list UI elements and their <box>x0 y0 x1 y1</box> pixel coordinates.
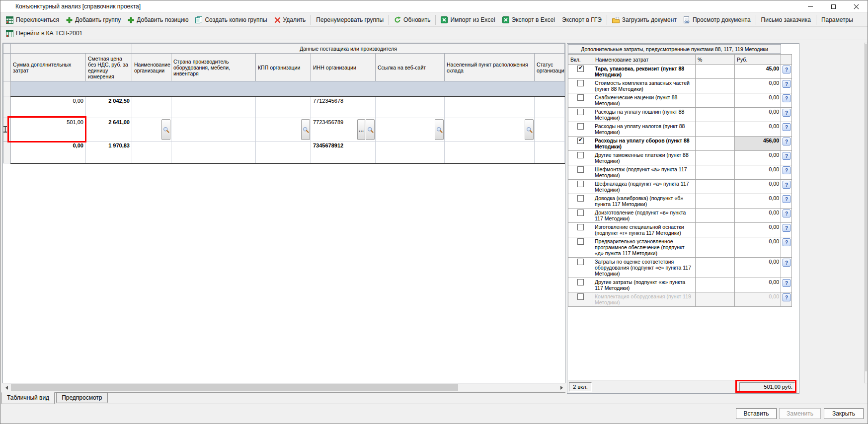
country-cell[interactable] <box>171 96 256 118</box>
cost-rub-cell[interactable]: 0,00 <box>735 292 781 307</box>
kpp-cell[interactable] <box>256 141 311 163</box>
price-cell[interactable]: 1 970,83 <box>86 141 132 163</box>
include-checkbox[interactable] <box>577 138 584 144</box>
cost-name-cell[interactable]: Шефмонтаж (подпункт «а» пункта 117 Метод… <box>593 165 696 180</box>
country-cell[interactable] <box>171 141 256 163</box>
calc-help-button[interactable]: ? <box>783 109 790 117</box>
calc-help-button[interactable]: ? <box>783 259 790 267</box>
include-checkbox-cell[interactable] <box>568 151 593 165</box>
cost-rub-cell[interactable]: 0,00 <box>735 93 781 108</box>
row-indicator[interactable] <box>3 141 11 163</box>
cost-name-cell[interactable]: Другие таможенные платежи (пункт 88 Мето… <box>593 151 696 165</box>
close-button[interactable] <box>845 0 868 13</box>
cost-name-cell[interactable]: Стоимость комплекта запасных частей (пун… <box>593 79 696 93</box>
goto-ka-tsn-button[interactable]: Перейти в КА ТСН-2001 <box>2 28 86 39</box>
column-header-rub[interactable]: Руб. <box>735 55 781 65</box>
include-checkbox-cell[interactable] <box>568 93 593 108</box>
cost-rub-cell[interactable]: 0,00 <box>735 122 781 137</box>
price-cell[interactable]: 2 641,00 <box>86 118 132 141</box>
org-name-cell[interactable] <box>132 118 171 141</box>
include-checkbox[interactable] <box>577 181 584 187</box>
cost-name-cell[interactable]: Расходы на уплату сборов (пункт 88 Метод… <box>593 137 696 151</box>
include-checkbox[interactable] <box>577 293 584 300</box>
cost-rub-cell[interactable]: 0,00 <box>735 108 781 122</box>
cost-percent-cell[interactable] <box>696 180 735 194</box>
country-cell[interactable] <box>171 118 256 141</box>
column-header-website[interactable]: Ссылка на веб-сайт <box>376 54 445 81</box>
cost-rub-cell[interactable]: 45,00 <box>735 65 781 79</box>
warehouse-city-cell[interactable] <box>445 118 535 141</box>
inn-cell[interactable]: 7723456789 … <box>311 118 376 141</box>
column-header-included[interactable]: Вкл. <box>568 55 593 65</box>
website-cell[interactable] <box>376 141 445 163</box>
org-status-cell[interactable] <box>535 118 565 141</box>
calc-help-button[interactable]: ? <box>783 181 790 189</box>
website-cell[interactable] <box>376 96 445 118</box>
tab-table-view[interactable]: Табличный вид <box>1 392 55 404</box>
cost-percent-cell[interactable] <box>696 122 735 137</box>
calc-help-button[interactable]: ? <box>783 195 790 203</box>
website-cell[interactable] <box>376 118 445 141</box>
cost-percent-cell[interactable] <box>696 65 735 79</box>
include-checkbox-cell[interactable] <box>568 209 593 223</box>
include-checkbox-cell[interactable] <box>568 137 593 151</box>
inn-ellipsis-button[interactable]: … <box>357 119 365 140</box>
include-checkbox-cell[interactable] <box>568 180 593 194</box>
calc-help-button[interactable]: ? <box>783 138 790 145</box>
vertical-scrollbar[interactable] <box>864 43 868 383</box>
calc-help-button[interactable]: ? <box>783 123 790 131</box>
column-header-kpp[interactable]: КПП организации <box>256 54 311 81</box>
include-checkbox[interactable] <box>577 123 584 130</box>
include-checkbox-cell[interactable] <box>568 258 593 278</box>
price-cell[interactable]: 2 042,50 <box>86 96 132 118</box>
group-row[interactable] <box>3 81 565 96</box>
include-checkbox[interactable] <box>577 195 584 202</box>
cost-percent-cell[interactable] <box>696 278 735 292</box>
cost-name-cell[interactable]: Затраты по оценке соответствия оборудова… <box>593 258 696 278</box>
customer-letter-button[interactable]: Письмо заказчика <box>758 15 814 25</box>
warehouse-city-cell[interactable] <box>445 96 535 118</box>
include-checkbox-cell[interactable] <box>568 65 593 79</box>
include-checkbox[interactable] <box>577 238 584 245</box>
cost-rub-cell[interactable]: 456,00 <box>735 137 781 151</box>
calc-help-button[interactable]: ? <box>783 210 790 217</box>
cost-name-cell[interactable]: Доводка (калибровка) (подпункт «б» пункт… <box>593 194 696 209</box>
minimize-button[interactable] <box>799 0 822 13</box>
cost-name-cell[interactable]: Шефналадка (подпункт «а» пункта 117 Мето… <box>593 180 696 194</box>
cost-percent-cell[interactable] <box>696 223 735 237</box>
switch-button[interactable]: Переключиться <box>2 15 63 25</box>
parameters-button[interactable]: Параметры <box>818 15 857 25</box>
row-indicator[interactable] <box>3 96 11 118</box>
cost-rub-cell[interactable]: 0,00 <box>735 278 781 292</box>
group-row-band[interactable] <box>11 81 565 96</box>
include-checkbox-cell[interactable] <box>568 165 593 180</box>
cost-percent-cell[interactable] <box>696 137 735 151</box>
tab-preview[interactable]: Предпросмотр <box>56 392 107 403</box>
include-checkbox-cell[interactable] <box>568 108 593 122</box>
calc-help-button[interactable]: ? <box>783 224 790 232</box>
cost-name-cell[interactable]: Изготовление специальной оснастки (подпу… <box>593 223 696 237</box>
column-header-inn[interactable]: ИНН организации <box>311 54 376 81</box>
add-position-button[interactable]: Добавить позицию <box>124 15 192 25</box>
export-gge-button[interactable]: Экспорт в ГГЭ <box>558 15 605 25</box>
include-checkbox[interactable] <box>577 80 584 86</box>
warehouse-city-cell[interactable] <box>445 141 535 163</box>
view-document-button[interactable]: Просмотр документа <box>680 15 754 25</box>
kpp-cell[interactable] <box>256 118 311 141</box>
cost-percent-cell[interactable] <box>696 79 735 93</box>
include-checkbox[interactable] <box>577 210 584 216</box>
column-header-country[interactable]: Страна производитель оборудования, мебел… <box>171 54 256 81</box>
include-checkbox[interactable] <box>577 279 584 285</box>
cost-name-cell[interactable]: Доизготовление (подпункт «в» пункта 117 … <box>593 209 696 223</box>
calc-help-button[interactable]: ? <box>783 166 790 174</box>
column-header-percent[interactable]: % <box>696 55 735 65</box>
website-lookup-button[interactable] <box>435 119 444 140</box>
include-checkbox[interactable] <box>577 166 584 173</box>
cost-percent-cell[interactable] <box>696 165 735 180</box>
column-header-warehouse-city[interactable]: Населенный пункт расположения склада <box>445 54 535 81</box>
cost-percent-cell[interactable] <box>696 151 735 165</box>
cost-rub-cell[interactable]: 0,00 <box>735 209 781 223</box>
cost-name-cell[interactable]: Другие затраты (подпункт «ж» пункта 117 … <box>593 278 696 292</box>
sum-cell[interactable]: 501,00 <box>11 118 86 141</box>
kpp-cell[interactable] <box>256 96 311 118</box>
